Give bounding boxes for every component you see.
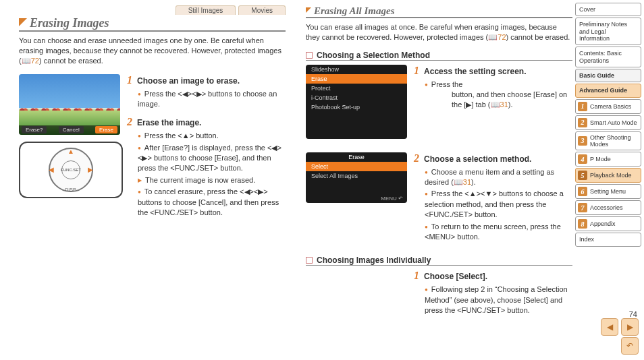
shot-label-cancel: Cancel <box>59 126 84 133</box>
heading-erasing-all: Erasing All Images <box>314 5 394 17</box>
instruction-text: Choose a menu item and a setting as desi… <box>425 167 572 188</box>
page-ref[interactable]: 📖31 <box>454 178 471 186</box>
step-title: Erase the image. <box>137 118 201 127</box>
nav-chapter[interactable]: 8Appendix <box>575 216 641 231</box>
step-title: Choose [Select]. <box>424 272 487 281</box>
page-ref[interactable]: 📖31 <box>491 100 508 109</box>
page-number: 74 <box>629 310 637 318</box>
nav-chapter[interactable]: 6Setting Menu <box>575 184 641 199</box>
section-title-left: Erasing Images <box>19 16 286 32</box>
screenshot-erase-menu: EraseSelectSelect All ImagesMENU ↶ <box>306 152 407 203</box>
nav-chapter[interactable]: 2Smart Auto Mode <box>575 115 641 130</box>
shot-label-erase-q: Erase? <box>22 126 47 133</box>
screenshot-playback-menu: SlideshowEraseProtecti-ContrastPhotobook… <box>306 65 407 139</box>
arrow-right-icon: ▶ <box>88 166 93 173</box>
func-set-button: FUNC.SET <box>61 160 80 179</box>
intro-left: You can choose and erase unneeded images… <box>19 36 286 66</box>
instruction-text: Press the <▲><▼> buttons to choose a sel… <box>425 189 572 220</box>
instruction-text: Press the button, and then choose [Erase… <box>425 80 572 111</box>
instruction-text: Following step 2 in “Choosing a Selectio… <box>425 284 572 316</box>
nav-chapter[interactable]: 5Playback Mode <box>575 168 641 183</box>
nav-prev-button[interactable]: ◀ <box>601 318 618 336</box>
right-column: Erasing All Images You can erase all ima… <box>306 5 572 330</box>
step-number: 1 <box>414 65 419 76</box>
nav-next-button[interactable]: ▶ <box>621 318 639 336</box>
page-ref-72[interactable]: 📖72 <box>22 57 39 65</box>
instruction-text: The current image is now erased. <box>138 175 286 185</box>
arrow-up-icon: ▲ <box>68 148 74 155</box>
nav-chapter[interactable]: 4P Mode <box>575 152 641 167</box>
heading-erasing-images: Erasing Images <box>30 16 109 30</box>
nav-item[interactable]: Index <box>575 233 641 246</box>
nav-section[interactable]: Advanced Guide <box>575 84 641 97</box>
step-title: Choose a selection method. <box>424 154 531 164</box>
subhead-selection-method: Choosing a Selection Method <box>306 51 572 61</box>
nav-item[interactable]: Preliminary Notes and Legal Information <box>575 18 641 45</box>
step-title: Access the setting screen. <box>424 67 526 76</box>
subhead-individually: Choosing Images Individually <box>306 256 572 266</box>
nav-chapter[interactable]: 3Other Shooting Modes <box>575 131 641 151</box>
menu-item: Photobook Set-up <box>306 102 407 112</box>
nav-chapter[interactable]: 7Accessories <box>575 200 641 215</box>
nav-back-button[interactable]: ↶ <box>621 337 639 355</box>
menu-header: Erase <box>306 152 407 162</box>
nav-item[interactable]: Contents: Basic Operations <box>575 47 641 67</box>
instruction-text: Press the <◀><▶> buttons to choose an im… <box>138 89 286 110</box>
tab-still-images[interactable]: Still Images <box>176 5 236 15</box>
control-dial-illustration: ▲ ◀ ▶ DISP. FUNC.SET <box>19 142 123 198</box>
step-number: 2 <box>414 152 419 164</box>
menu-item: Erase <box>306 74 407 84</box>
step-number: 1 <box>127 74 132 86</box>
nav-section[interactable]: Basic Guide <box>575 69 641 82</box>
menu-return-label: MENU ↶ <box>381 196 403 202</box>
arrow-left-icon: ◀ <box>49 166 54 173</box>
step-number: 1 <box>414 270 419 281</box>
step-title: Choose an image to erase. <box>137 76 240 86</box>
menu-item: Slideshow <box>306 65 407 74</box>
left-column: Still Images Movies Erasing Images You c… <box>19 5 286 330</box>
instruction-text: Press the <▲> button. <box>138 131 286 141</box>
menu-item: Select <box>306 162 407 171</box>
intro-right: You can erase all images at once. Be car… <box>306 22 572 42</box>
tab-movies[interactable]: Movies <box>238 5 286 15</box>
menu-item: i-Contrast <box>306 93 407 102</box>
nav-item[interactable]: Cover <box>575 3 641 16</box>
nav-chapter[interactable]: 1Camera Basics <box>575 99 641 114</box>
menu-item: Select All Images <box>306 171 407 181</box>
shot-label-erase: Erase <box>95 126 117 133</box>
screenshot-erase-prompt: Erase? Cancel Erase <box>19 74 120 135</box>
instruction-text: To cancel erasure, press the <◀><▶> butt… <box>138 187 286 218</box>
instruction-text: To return to the menu screen, press the … <box>425 222 572 243</box>
page-ref-72b[interactable]: 📖72 <box>488 33 506 41</box>
menu-item: Protect <box>306 84 407 93</box>
side-navigation: CoverPreliminary Notes and Legal Informa… <box>575 3 641 248</box>
instruction-text: After [Erase?] is displayed, press the <… <box>138 143 286 174</box>
disp-label: DISP. <box>65 187 76 192</box>
section-title-right: Erasing All Images <box>306 5 572 18</box>
step-number: 2 <box>127 116 132 127</box>
